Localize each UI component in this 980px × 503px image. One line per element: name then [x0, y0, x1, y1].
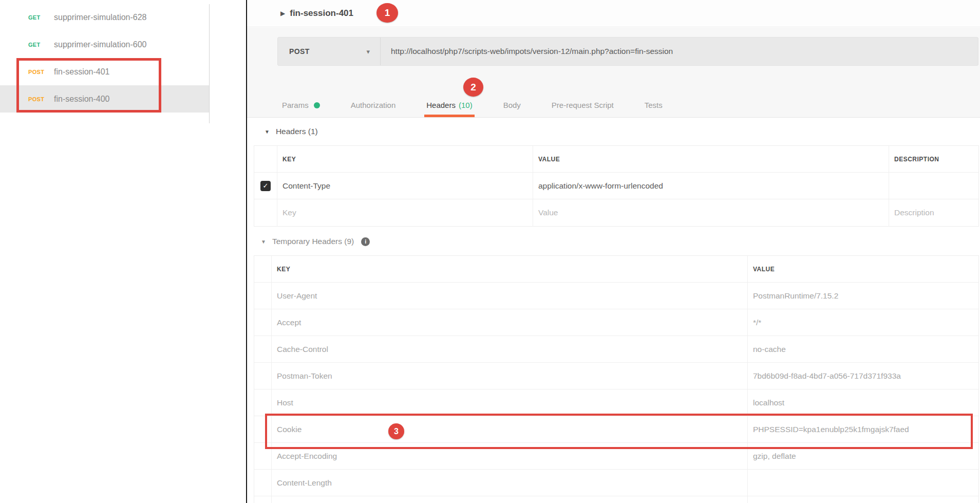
temp-header-value [748, 470, 978, 496]
temp-header-key: Accept-Encoding [272, 443, 748, 469]
tab-label: Params [282, 101, 309, 109]
temp-header-row-user-agent: User-Agent PostmanRuntime/7.15.2 [254, 283, 978, 309]
spacer-cell [254, 363, 272, 389]
temp-header-row-cache-control: Cache-Control no-cache [254, 336, 978, 363]
tab-pre-request-script[interactable]: Pre-request Script [550, 93, 616, 117]
tab-authorization[interactable]: Authorization [349, 93, 398, 117]
temp-header-key: Accept [272, 309, 748, 336]
new-key-input[interactable]: Key [277, 199, 533, 226]
tab-label: Headers [426, 101, 456, 109]
column-header-key: KEY [277, 146, 533, 172]
spacer-cell [254, 416, 272, 442]
temp-header-row-accept-encoding: Accept-Encoding gzip, deflate [254, 443, 978, 470]
column-header-description: DESCRIPTION [889, 146, 978, 172]
request-title-row: ▶ fin-session-401 1 [247, 0, 980, 27]
method-badge-post: POST [28, 96, 54, 102]
temp-header-key: Host [272, 389, 748, 416]
spacer-cell [254, 470, 272, 496]
headers-section-title: Headers (1) [276, 127, 318, 136]
tab-params[interactable]: Params [280, 93, 322, 117]
temp-header-key: Content-Length [272, 470, 748, 496]
method-selected: POST [289, 47, 310, 55]
spacer-cell [254, 309, 272, 336]
temp-header-value: 7bd6b09d-f8ad-4bd7-a056-717d371f933a [748, 363, 978, 389]
url-input[interactable]: http://localhost/php7/scripts-web/impots… [381, 38, 978, 65]
spacer-cell [254, 336, 272, 362]
tab-tests[interactable]: Tests [643, 93, 665, 117]
request-name: fin-session-400 [54, 95, 110, 104]
temp-header-value: PHPSESSID=kpa1enublp25k1fmgajsk7faed [748, 416, 978, 442]
sidebar-item-supprimer-simulation-600[interactable]: GET supprimer-simulation-600 [0, 31, 210, 58]
spacer-cell [254, 496, 272, 503]
header-row-new: Key Value Description [254, 199, 978, 226]
method-dropdown[interactable]: POST ▾ [278, 38, 381, 65]
headers-table: KEY VALUE DESCRIPTION ✓ Content-Type app… [254, 145, 979, 227]
new-description-input[interactable]: Description [889, 199, 978, 226]
info-icon[interactable]: i [361, 237, 370, 246]
postman-app: GET supprimer-simulation-628 GET supprim… [0, 0, 980, 503]
request-title: fin-session-401 [290, 8, 353, 18]
method-badge-get: GET [28, 42, 54, 48]
temp-header-row-cookie: Cookie PHPSESSID=kpa1enublp25k1fmgajsk7f… [254, 416, 978, 443]
request-tabs: Params Authorization Headers (10) Body P… [280, 93, 665, 117]
url-text: http://localhost/php7/scripts-web/impots… [391, 47, 673, 56]
temp-header-row-host: Host localhost [254, 389, 978, 416]
requests-sidebar: GET supprimer-simulation-628 GET supprim… [0, 0, 210, 503]
column-header-key: KEY [272, 256, 748, 282]
column-header-value: VALUE [533, 146, 889, 172]
chevron-down-icon: ▾ [366, 48, 370, 55]
sidebar-item-supprimer-simulation-628[interactable]: GET supprimer-simulation-628 [0, 4, 210, 31]
temp-header-key: Cache-Control [272, 336, 748, 362]
temp-header-value [748, 496, 978, 503]
request-name: supprimer-simulation-628 [54, 13, 147, 22]
temp-header-row-content-length: Content-Length [254, 470, 978, 496]
header-row-content-type: ✓ Content-Type application/x-www-form-ur… [254, 173, 978, 199]
temporary-headers-table: KEY VALUE User-Agent PostmanRuntime/7.15… [254, 255, 979, 503]
request-name: supprimer-simulation-600 [54, 40, 147, 49]
header-value-cell[interactable]: application/x-www-form-urlencoded [533, 173, 889, 199]
temp-headers-table-header: KEY VALUE [254, 256, 978, 283]
temporary-headers-section-title: Temporary Headers (9) [272, 237, 354, 246]
request-controls-band: POST ▾ http://localhost/php7/scripts-web… [247, 28, 980, 118]
headers-count: (10) [459, 101, 473, 109]
annotation-number: 1 [385, 7, 390, 18]
temp-header-key: Postman-Token [272, 363, 748, 389]
tab-label: Tests [645, 101, 663, 109]
temp-header-row-postman-token: Postman-Token 7bd6b09d-f8ad-4bd7-a056-71… [254, 363, 978, 389]
temp-header-key: Cookie [272, 416, 748, 442]
checkbox-cell [254, 199, 277, 226]
spacer-cell [254, 389, 272, 416]
request-builder: ▶ fin-session-401 1 POST ▾ http://localh… [247, 0, 980, 503]
temp-header-value: gzip, deflate [748, 443, 978, 469]
spacer-cell [254, 283, 272, 309]
method-badge-get: GET [28, 14, 54, 21]
collapse-arrow-icon: ▼ [265, 129, 270, 135]
spacer-column-header [254, 256, 272, 282]
annotation-badge-1: 1 [376, 3, 398, 23]
tab-label: Body [503, 101, 521, 109]
new-value-input[interactable]: Value [533, 199, 889, 226]
sidebar-item-fin-session-401[interactable]: POST fin-session-401 [0, 58, 210, 85]
temp-header-row-accept: Accept */* [254, 309, 978, 336]
spacer-cell [254, 443, 272, 469]
collapse-arrow-icon: ▼ [261, 239, 266, 245]
header-description-cell[interactable] [889, 173, 978, 199]
temp-header-row-partial [254, 496, 978, 503]
header-enabled-checkbox[interactable]: ✓ [260, 181, 271, 191]
tab-headers[interactable]: Headers (10) [424, 93, 474, 117]
sidebar-item-fin-session-400[interactable]: POST fin-session-400 [0, 85, 210, 113]
tab-label: Authorization [351, 101, 396, 109]
params-active-dot-icon [314, 102, 320, 108]
headers-section-toggle[interactable]: ▼ Headers (1) [265, 127, 318, 136]
url-bar: POST ▾ http://localhost/php7/scripts-web… [277, 37, 978, 66]
headers-table-header: KEY VALUE DESCRIPTION [254, 146, 978, 173]
expand-arrow-icon[interactable]: ▶ [280, 10, 285, 17]
tab-body[interactable]: Body [501, 93, 523, 117]
header-key-cell[interactable]: Content-Type [277, 173, 533, 199]
temporary-headers-section-toggle[interactable]: ▼ Temporary Headers (9) i [261, 237, 370, 246]
column-header-value: VALUE [748, 256, 978, 282]
temp-header-value: PostmanRuntime/7.15.2 [748, 283, 978, 309]
method-badge-post: POST [28, 69, 54, 75]
request-name: fin-session-401 [54, 67, 110, 77]
temp-header-value: */* [748, 309, 978, 336]
